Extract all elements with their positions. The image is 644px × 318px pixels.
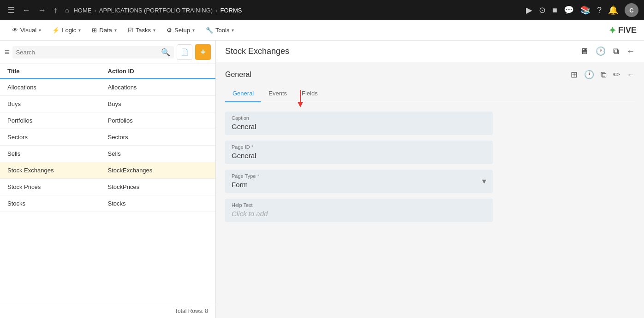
add-button[interactable]: + [195, 44, 211, 60]
monitor-icon[interactable]: 🖥 [580, 47, 588, 56]
menu-visual[interactable]: 👁 Visual ▾ [7, 24, 46, 36]
caption-label: Caption [232, 115, 486, 121]
page-id-value: General [232, 152, 486, 159]
history-icon[interactable]: 🕐 [596, 46, 606, 56]
stop-icon[interactable]: ■ [552, 6, 557, 15]
menu-tools[interactable]: 🔧 Tools ▾ [201, 24, 239, 36]
grid-icon[interactable]: ⊞ [571, 70, 578, 80]
table-row[interactable]: Stocks Stocks [0, 195, 215, 212]
table-row[interactable]: Sells Sells [0, 146, 215, 162]
help-icon[interactable]: ? [597, 6, 602, 15]
right-panel: Stock Exchanges 🖥 🕐 ⧉ ← General ⊞ 🕐 ⧉ ✏ … [216, 41, 644, 318]
copy-icon[interactable]: ⧉ [613, 47, 619, 56]
doc-icon: 📄 [181, 48, 189, 56]
tab-fields[interactable]: Fields [294, 85, 325, 102]
play-icon[interactable]: ▶ [526, 5, 532, 15]
breadcrumb-current[interactable]: FORMS [220, 7, 242, 14]
col-action-header: Action ID [108, 68, 209, 75]
tab-events[interactable]: Events [261, 85, 294, 102]
search-input-wrap: 🔍 [12, 46, 174, 59]
logo-star: ✦ [608, 25, 616, 36]
tasks-arrow: ▾ [153, 28, 155, 33]
menu-tasks[interactable]: ☑ Tasks ▾ [123, 24, 160, 36]
table-row[interactable]: Buys Buys [0, 96, 215, 112]
chevron-down-icon: ▾ [482, 176, 486, 186]
data-icon: ⊞ [92, 27, 97, 34]
content-area: General ⊞ 🕐 ⧉ ✏ ← General Events Fields [216, 62, 644, 318]
page-type-label: Page Type * [232, 173, 482, 179]
panel-title: Stock Exchanges [225, 47, 289, 56]
notification-icon[interactable]: 🔔 [608, 5, 618, 15]
clock-icon[interactable]: 🕐 [584, 70, 594, 80]
menu-data[interactable]: ⊞ Data ▾ [87, 24, 121, 36]
tools-arrow: ▾ [232, 28, 234, 33]
row-title: Stock Exchanges [7, 167, 108, 174]
duplicate-icon[interactable]: ⧉ [601, 70, 607, 80]
menu-bar: 👁 Visual ▾ ⚡ Logic ▾ ⊞ Data ▾ ☑ Tasks ▾ … [0, 20, 644, 41]
menu-setup[interactable]: ⚙ Setup ▾ [162, 24, 199, 36]
five-logo: ✦ FIVE [608, 25, 637, 36]
page-id-field[interactable]: Page ID * General [225, 141, 493, 164]
table-row[interactable]: Sectors Sectors [0, 129, 215, 146]
row-action-id: Allocations [108, 84, 209, 91]
right-panel-header: Stock Exchanges 🖥 🕐 ⧉ ← [216, 41, 644, 62]
tabs: General Events Fields [225, 85, 635, 102]
breadcrumb: ⌂ HOME › APPLICATIONS (PORTFOLIO TRAININ… [63, 5, 242, 16]
hamburger-icon[interactable]: ☰ [6, 3, 17, 17]
row-title: Portfolios [7, 117, 108, 124]
tools-icon: 🔧 [206, 27, 213, 34]
header-icons: 🖥 🕐 ⧉ ← [580, 46, 635, 56]
edit-icon[interactable]: ✏ [613, 70, 620, 80]
section-header: General ⊞ 🕐 ⧉ ✏ ← [225, 70, 635, 80]
menu-logic[interactable]: ⚡ Logic ▾ [48, 24, 85, 36]
books-icon[interactable]: 📚 [580, 5, 590, 15]
help-text-label: Help Text [232, 202, 486, 208]
page-type-value: Form [232, 181, 482, 188]
filter-icon[interactable]: ≡ [5, 47, 10, 57]
visual-icon: 👁 [12, 27, 18, 34]
tools-label: Tools [215, 27, 229, 34]
help-text-value: Click to add [232, 210, 486, 218]
total-rows: Total Rows: 8 [175, 308, 208, 314]
up-icon[interactable]: ↑ [52, 4, 60, 17]
page-type-inner: Page Type * Form [232, 173, 482, 188]
logic-arrow: ▾ [78, 28, 81, 33]
row-title: Buys [7, 100, 108, 107]
home-icon[interactable]: ⌂ [63, 5, 71, 16]
row-action-id: Portfolios [108, 117, 209, 124]
top-nav: ☰ ← → ↑ ⌂ HOME › APPLICATIONS (PORTFOLIO… [0, 0, 644, 20]
col-title-header: Title [7, 68, 108, 75]
table-row[interactable]: Portfolios Portfolios [0, 112, 215, 129]
document-button[interactable]: 📄 [177, 44, 192, 60]
forward-icon[interactable]: → [36, 4, 48, 17]
setup-arrow: ▾ [192, 28, 195, 33]
row-title: Allocations [7, 84, 108, 91]
setup-icon: ⚙ [167, 27, 172, 34]
row-title: Stocks [7, 200, 108, 207]
row-action-id: Buys [108, 100, 209, 107]
back-section-icon[interactable]: ← [626, 70, 635, 80]
section-title: General [225, 71, 251, 79]
tab-general[interactable]: General [225, 85, 261, 102]
breadcrumb-app[interactable]: APPLICATIONS (PORTFOLIO TRAINING) [99, 7, 213, 14]
table-row[interactable]: Stock Prices StockPrices [0, 179, 215, 195]
chat-icon[interactable]: 💬 [564, 5, 574, 15]
plus-icon: + [200, 47, 206, 58]
table-row[interactable]: Allocations Allocations [0, 79, 215, 96]
help-text-field[interactable]: Help Text Click to add [225, 199, 493, 222]
logic-icon: ⚡ [52, 27, 60, 34]
caption-field[interactable]: Caption General [225, 112, 493, 135]
page-type-field[interactable]: Page Type * Form ▾ [225, 170, 493, 193]
search-circle-icon[interactable]: ⊙ [539, 5, 546, 15]
back-panel-icon[interactable]: ← [626, 47, 635, 56]
row-title: Sells [7, 150, 108, 157]
row-title: Stock Prices [7, 183, 108, 190]
row-action-id: Sectors [108, 134, 209, 141]
avatar[interactable]: C [625, 3, 638, 17]
table-footer: Total Rows: 8 [0, 304, 215, 318]
page-id-label: Page ID * [232, 144, 486, 150]
search-input[interactable] [16, 49, 161, 56]
breadcrumb-home[interactable]: HOME [73, 7, 91, 14]
table-row[interactable]: Stock Exchanges StockExchanges [0, 162, 215, 179]
back-icon[interactable]: ← [20, 4, 32, 17]
